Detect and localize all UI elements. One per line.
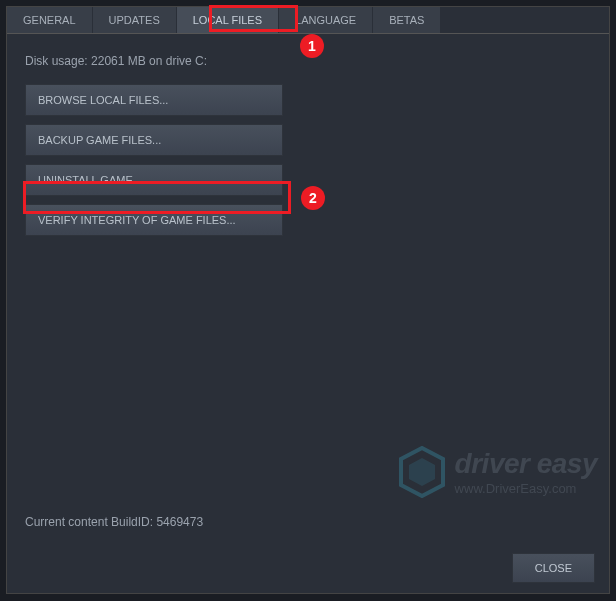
disk-usage-label: Disk usage: 22061 MB on drive C:: [25, 54, 591, 68]
watermark-brand: driver easy: [455, 450, 597, 478]
footer-bar: CLOSE: [7, 543, 609, 593]
svg-marker-0: [401, 448, 443, 496]
tab-betas[interactable]: BETAS: [373, 7, 441, 33]
build-id-label: Current content BuildID: 5469473: [25, 515, 203, 529]
tab-updates[interactable]: UPDATES: [93, 7, 177, 33]
backup-game-files-button[interactable]: BACKUP GAME FILES...: [25, 124, 283, 156]
tab-general[interactable]: GENERAL: [7, 7, 93, 33]
browse-local-files-button[interactable]: BROWSE LOCAL FILES...: [25, 84, 283, 116]
driver-easy-logo-icon: [399, 446, 445, 498]
close-button[interactable]: CLOSE: [512, 553, 595, 583]
uninstall-game-button[interactable]: UNINSTALL GAME...: [25, 164, 283, 196]
tab-language[interactable]: LANGUAGE: [279, 7, 373, 33]
tab-bar: GENERAL UPDATES LOCAL FILES LANGUAGE BET…: [7, 7, 609, 34]
properties-window: GENERAL UPDATES LOCAL FILES LANGUAGE BET…: [6, 6, 610, 594]
content-panel: Disk usage: 22061 MB on drive C: BROWSE …: [7, 34, 609, 543]
watermark-url: www.DriverEasy.com: [455, 482, 597, 495]
tab-local-files[interactable]: LOCAL FILES: [177, 7, 279, 33]
watermark: driver easy www.DriverEasy.com: [399, 446, 597, 498]
svg-marker-1: [409, 458, 435, 486]
verify-integrity-button[interactable]: VERIFY INTEGRITY OF GAME FILES...: [25, 204, 283, 236]
button-list: BROWSE LOCAL FILES... BACKUP GAME FILES.…: [25, 84, 591, 236]
